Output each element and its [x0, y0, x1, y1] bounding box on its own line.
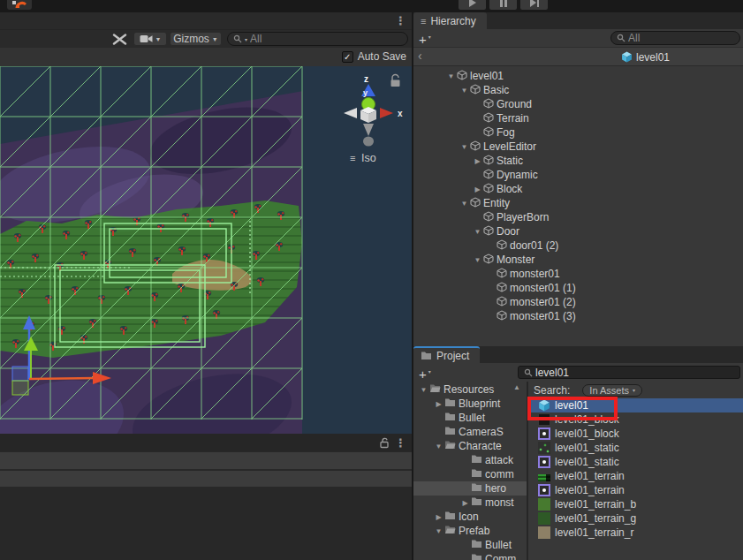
- hierarchy-item[interactable]: Fog: [413, 125, 743, 140]
- hierarchy-item[interactable]: ▼level01: [413, 69, 743, 83]
- project-folder-item[interactable]: hero: [413, 481, 527, 496]
- project-folder-item[interactable]: ▼Resources: [413, 382, 527, 397]
- create-object-button[interactable]: + ▾: [419, 31, 431, 46]
- hierarchy-item[interactable]: monster01 (3): [413, 309, 743, 323]
- pane-menu-button[interactable]: ⋮: [395, 12, 406, 29]
- unlock-icon[interactable]: [379, 437, 390, 449]
- hierarchy-item[interactable]: Terrain: [413, 111, 743, 125]
- back-chevron-icon[interactable]: ‹: [418, 49, 422, 63]
- asset-label: level01_block: [555, 428, 619, 440]
- checkbox-checked-icon[interactable]: ✓: [342, 51, 353, 63]
- hierarchy-item-label: Block: [497, 183, 522, 195]
- hierarchy-item[interactable]: ▼Basic: [413, 83, 743, 97]
- project-folder-item[interactable]: ▶monst: [413, 496, 527, 510]
- tab-hierarchy[interactable]: ≡ Hierarchy: [413, 12, 487, 29]
- minus-y-sphere[interactable]: [363, 137, 374, 147]
- scene-search-input[interactable]: [250, 33, 402, 45]
- panel-row[interactable]: [0, 452, 412, 469]
- collapsed-arrow-icon[interactable]: ▶: [472, 185, 483, 193]
- breadcrumb[interactable]: level01: [621, 48, 670, 66]
- collapsed-arrow-icon[interactable]: ▶: [459, 499, 471, 507]
- hierarchy-item[interactable]: Ground: [413, 97, 743, 111]
- expanded-arrow-icon[interactable]: ▼: [445, 72, 457, 80]
- search-result-item[interactable]: level01_terrain_b: [529, 497, 743, 511]
- tab-project[interactable]: Project: [413, 346, 480, 363]
- project-search-input[interactable]: [535, 367, 734, 379]
- search-result-item[interactable]: level01_terrain_g: [529, 511, 743, 526]
- pane-menu-button[interactable]: ⋮: [395, 435, 406, 451]
- tools-icon[interactable]: [112, 34, 127, 45]
- hierarchy-item[interactable]: monster01 (1): [413, 281, 743, 295]
- iso-mode-label[interactable]: ≡ Iso: [350, 152, 376, 164]
- hierarchy-search-field[interactable]: [610, 31, 740, 45]
- xz-plane-handle[interactable]: [12, 381, 28, 395]
- hierarchy-item[interactable]: ▼Entity: [413, 196, 743, 210]
- project-search-field[interactable]: [518, 366, 740, 379]
- expanded-arrow-icon[interactable]: ▼: [418, 386, 429, 394]
- project-folder-item[interactable]: ▶Icon: [413, 510, 527, 524]
- hierarchy-item[interactable]: ▼LevelEditor: [413, 140, 743, 154]
- expanded-arrow-icon[interactable]: ▼: [472, 228, 483, 236]
- create-asset-button[interactable]: + ▾: [419, 366, 431, 381]
- project-folder-item[interactable]: attack: [413, 453, 527, 467]
- x-axis-handle[interactable]: [29, 378, 95, 379]
- search-result-item[interactable]: level01_terrain: [529, 469, 743, 483]
- scene-viewport[interactable]: z y x ≡ Iso: [0, 66, 412, 434]
- search-result-item[interactable]: level01_terrain: [529, 483, 743, 497]
- hierarchy-item[interactable]: ▼Door: [413, 224, 743, 238]
- project-folder-item[interactable]: Comm: [413, 552, 527, 560]
- project-folder-item[interactable]: Bullet: [413, 411, 527, 425]
- play-button[interactable]: [459, 0, 486, 10]
- scene-toolbar: ▼ Gizmos ▼ ▾: [0, 29, 412, 48]
- search-result-item[interactable]: level01: [529, 398, 743, 412]
- search-result-item[interactable]: level01_block: [529, 412, 743, 427]
- panel-row[interactable]: [0, 471, 412, 487]
- search-result-item[interactable]: level01_static: [529, 441, 743, 455]
- expanded-arrow-icon[interactable]: ▼: [459, 143, 470, 151]
- hierarchy-item[interactable]: Dynamic: [413, 168, 743, 182]
- expanded-arrow-icon[interactable]: ▼: [459, 200, 470, 208]
- gameobject-cube-icon: [497, 282, 507, 292]
- hierarchy-breadcrumb-bar: ‹ level01: [413, 48, 743, 66]
- search-scope-dropdown[interactable]: In Assets ▾: [582, 384, 642, 397]
- project-folder-item[interactable]: comm: [413, 467, 527, 481]
- camera-view-button[interactable]: ▼: [133, 32, 167, 46]
- hierarchy-item-label: Door: [497, 225, 519, 238]
- gizmos-dropdown[interactable]: Gizmos ▼: [170, 32, 222, 46]
- hierarchy-item[interactable]: ▶Block: [413, 182, 743, 196]
- expanded-arrow-icon[interactable]: ▼: [433, 527, 444, 535]
- hierarchy-item[interactable]: ▼Monster: [413, 253, 743, 267]
- search-result-item[interactable]: level01_block: [529, 427, 743, 441]
- scroll-up-arrow[interactable]: ▲: [513, 383, 520, 391]
- scene-search-field[interactable]: ▾: [227, 32, 408, 46]
- hierarchy-item[interactable]: PlayerBorn: [413, 210, 743, 224]
- hierarchy-item[interactable]: door01 (2): [413, 238, 743, 253]
- search-icon: [233, 34, 242, 43]
- folder-closed-icon: [471, 539, 482, 549]
- collapsed-arrow-icon[interactable]: ▶: [433, 400, 444, 408]
- autosave-toggle[interactable]: ✓ Auto Save: [342, 50, 406, 63]
- unity-editor-window: ⋮ ▼ Gizmos ▼ ▾: [0, 0, 743, 560]
- hierarchy-search-input[interactable]: [628, 32, 734, 44]
- topbar-badge-button[interactable]: [7, 0, 32, 10]
- search-result-item[interactable]: level01_static: [529, 455, 743, 469]
- hierarchy-item[interactable]: ▶Static: [413, 154, 743, 168]
- step-button[interactable]: [520, 0, 548, 10]
- collapsed-arrow-icon[interactable]: ▶: [433, 513, 444, 521]
- project-folder-item[interactable]: Bullet: [413, 538, 527, 552]
- project-folder-item[interactable]: ▶Blueprint: [413, 397, 527, 411]
- search-result-item[interactable]: level01_terrain_r: [529, 526, 743, 540]
- hierarchy-item[interactable]: monster01: [413, 267, 743, 281]
- expanded-arrow-icon[interactable]: ▼: [459, 87, 470, 95]
- project-folder-item[interactable]: CameraS: [413, 425, 527, 439]
- project-folder-item[interactable]: ▼Prefab: [413, 524, 527, 538]
- pause-button[interactable]: [489, 0, 517, 10]
- expanded-arrow-icon[interactable]: ▼: [472, 256, 483, 264]
- column-divider[interactable]: [527, 382, 528, 560]
- expanded-arrow-icon[interactable]: ▼: [433, 443, 444, 450]
- hierarchy-item[interactable]: monster01 (2): [413, 295, 743, 309]
- collapsed-arrow-icon[interactable]: ▶: [472, 157, 483, 165]
- xy-plane-handle[interactable]: [12, 367, 28, 381]
- project-folder-item[interactable]: ▼Characte: [413, 439, 527, 453]
- folder-closed-icon: [444, 412, 456, 421]
